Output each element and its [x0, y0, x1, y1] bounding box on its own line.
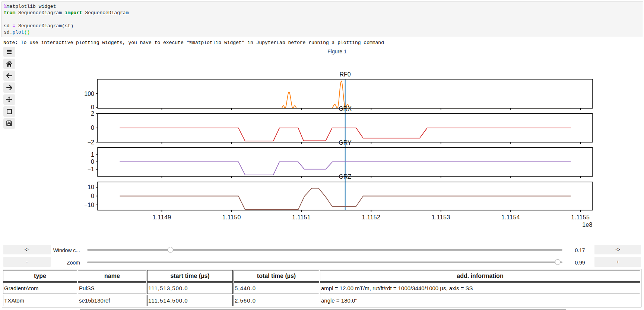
svg-text:1.1149: 1.1149	[153, 214, 171, 220]
svg-text:100: 100	[84, 91, 94, 97]
svg-text:0: 0	[91, 125, 94, 131]
svg-text:1: 1	[91, 151, 94, 158]
svg-text:1.1151: 1.1151	[292, 214, 311, 220]
svg-text:−1: −1	[88, 166, 94, 172]
svg-text:−10: −10	[84, 202, 94, 208]
svg-text:0: 0	[91, 104, 94, 110]
svg-text:2: 2	[91, 110, 94, 117]
svg-text:GRZ: GRZ	[339, 173, 352, 180]
svg-text:10: 10	[88, 184, 94, 190]
svg-text:0: 0	[91, 193, 94, 199]
svg-text:0: 0	[91, 159, 94, 165]
svg-text:−2: −2	[88, 139, 94, 145]
svg-text:1.1152: 1.1152	[362, 214, 380, 220]
svg-text:1e8: 1e8	[582, 222, 593, 228]
svg-text:1.1154: 1.1154	[501, 214, 520, 220]
svg-text:1.1155: 1.1155	[571, 214, 590, 220]
svg-text:Figure 1: Figure 1	[327, 48, 347, 54]
svg-text:1.1150: 1.1150	[222, 214, 241, 220]
svg-text:GRX: GRX	[339, 106, 352, 112]
svg-text:1.1153: 1.1153	[432, 214, 450, 220]
svg-text:RF0: RF0	[339, 71, 350, 78]
svg-text:GRY: GRY	[339, 140, 352, 146]
